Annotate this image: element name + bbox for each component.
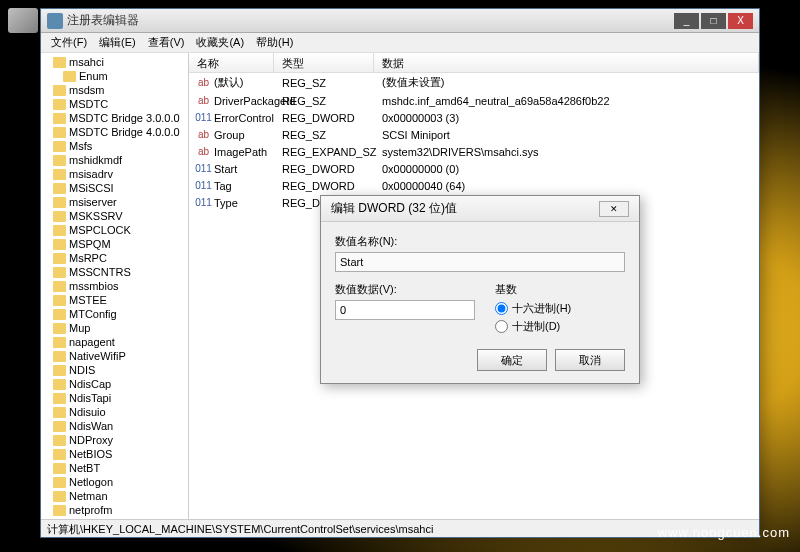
tree-item[interactable]: MSPCLOCK <box>41 223 181 237</box>
value-name-label: 数值名称(N): <box>335 234 625 249</box>
value-row[interactable]: 011TagREG_DWORD0x00000040 (64) <box>189 177 759 194</box>
column-type[interactable]: 类型 <box>274 53 374 72</box>
tree-item[interactable]: Netman <box>41 489 181 503</box>
tree-item[interactable]: MSDTC Bridge 3.0.0.0 <box>41 111 181 125</box>
menu-item[interactable]: 文件(F) <box>45 33 93 52</box>
tree-item[interactable]: napagent <box>41 335 181 349</box>
reg-sz-icon: ab <box>197 76 210 89</box>
tree-item[interactable]: MSDTC Bridge 4.0.0.0 <box>41 125 181 139</box>
tree-item[interactable]: MTConfig <box>41 307 181 321</box>
folder-icon <box>53 281 66 292</box>
value-row[interactable]: 011StartREG_DWORD0x00000000 (0) <box>189 160 759 177</box>
tree-item[interactable]: msdsm <box>41 83 181 97</box>
tree-item[interactable]: mssmbios <box>41 279 181 293</box>
value-data-input[interactable] <box>335 300 475 320</box>
minimize-button[interactable]: _ <box>674 13 699 29</box>
tree-item[interactable]: msisadrv <box>41 167 181 181</box>
dialog-title-text: 编辑 DWORD (32 位)值 <box>331 200 599 217</box>
folder-icon <box>53 99 66 110</box>
folder-icon <box>53 435 66 446</box>
tree-item[interactable]: mshidkmdf <box>41 153 181 167</box>
statusbar: 计算机\HKEY_LOCAL_MACHINE\SYSTEM\CurrentCon… <box>41 519 759 537</box>
tree-item[interactable]: Enum <box>41 69 181 83</box>
radio-dec[interactable]: 十进制(D) <box>495 319 625 334</box>
tree-item[interactable]: Msfs <box>41 139 181 153</box>
tree-item[interactable]: netprofm <box>41 503 181 517</box>
folder-icon <box>53 197 66 208</box>
cancel-button[interactable]: 取消 <box>555 349 625 371</box>
tree-item[interactable]: msahci <box>41 55 181 69</box>
tree-item[interactable]: MSKSSRV <box>41 209 181 223</box>
reg-dw-icon: 011 <box>197 196 210 209</box>
value-row[interactable]: ab(默认)REG_SZ(数值未设置) <box>189 73 759 92</box>
reg-dw-icon: 011 <box>197 162 210 175</box>
folder-icon <box>53 393 66 404</box>
value-name-input <box>335 252 625 272</box>
close-button[interactable]: X <box>728 13 753 29</box>
tree-item[interactable]: NDIS <box>41 363 181 377</box>
reg-sz-icon: ab <box>197 128 210 141</box>
menu-item[interactable]: 查看(V) <box>142 33 191 52</box>
reg-dw-icon: 011 <box>197 111 210 124</box>
folder-icon <box>53 127 66 138</box>
app-icon <box>47 13 63 29</box>
column-data[interactable]: 数据 <box>374 53 759 72</box>
menubar: 文件(F)编辑(E)查看(V)收藏夹(A)帮助(H) <box>41 33 759 53</box>
list-header: 名称 类型 数据 <box>189 53 759 73</box>
folder-icon <box>53 141 66 152</box>
radio-hex-input[interactable] <box>495 302 508 315</box>
folder-icon <box>53 491 66 502</box>
folder-icon <box>53 463 66 474</box>
tree-item[interactable]: NativeWifiP <box>41 349 181 363</box>
folder-icon <box>53 225 66 236</box>
folder-icon <box>53 379 66 390</box>
folder-icon <box>53 183 66 194</box>
folder-icon <box>53 253 66 264</box>
tree-item[interactable]: MSDTC <box>41 97 181 111</box>
column-name[interactable]: 名称 <box>189 53 274 72</box>
tree-item[interactable]: NdisCap <box>41 377 181 391</box>
maximize-button[interactable]: □ <box>701 13 726 29</box>
value-row[interactable]: 011ErrorControlREG_DWORD0x00000003 (3) <box>189 109 759 126</box>
dialog-titlebar[interactable]: 编辑 DWORD (32 位)值 ✕ <box>321 196 639 222</box>
titlebar[interactable]: 注册表编辑器 _ □ X <box>41 9 759 33</box>
reg-dw-icon: 011 <box>197 179 210 192</box>
tree-item[interactable]: NetBT <box>41 461 181 475</box>
value-data-label: 数值数据(V): <box>335 282 475 297</box>
tree-item[interactable]: Netlogon <box>41 475 181 489</box>
folder-icon <box>53 407 66 418</box>
tree-item[interactable]: MsRPC <box>41 251 181 265</box>
radio-hex[interactable]: 十六进制(H) <box>495 301 625 316</box>
folder-icon <box>53 57 66 68</box>
value-row[interactable]: abDriverPackageIdREG_SZmshdc.inf_amd64_n… <box>189 92 759 109</box>
tree-panel[interactable]: msahciEnummsdsmMSDTCMSDTC Bridge 3.0.0.0… <box>41 53 189 519</box>
value-row[interactable]: abImagePathREG_EXPAND_SZsystem32\DRIVERS… <box>189 143 759 160</box>
tree-item[interactable]: NDProxy <box>41 433 181 447</box>
tree-item[interactable]: MSPQM <box>41 237 181 251</box>
menu-item[interactable]: 收藏夹(A) <box>190 33 250 52</box>
dialog-close-button[interactable]: ✕ <box>599 201 629 217</box>
watermark-text: www.nongcuen.com <box>658 525 790 540</box>
tree-item[interactable]: Mup <box>41 321 181 335</box>
radio-dec-input[interactable] <box>495 320 508 333</box>
folder-icon <box>53 155 66 166</box>
folder-icon <box>53 295 66 306</box>
folder-icon <box>63 71 76 82</box>
menu-item[interactable]: 编辑(E) <box>93 33 142 52</box>
folder-icon <box>53 449 66 460</box>
tree-item[interactable]: Ndisuio <box>41 405 181 419</box>
tree-item[interactable]: msiserver <box>41 195 181 209</box>
tree-item[interactable]: MSTEE <box>41 293 181 307</box>
folder-icon <box>53 113 66 124</box>
tree-item[interactable]: NdisTapi <box>41 391 181 405</box>
tree-item[interactable]: NetBIOS <box>41 447 181 461</box>
tree-item[interactable]: MSSCNTRS <box>41 265 181 279</box>
folder-icon <box>53 267 66 278</box>
tree-item[interactable]: NdisWan <box>41 419 181 433</box>
folder-icon <box>53 169 66 180</box>
tree-item[interactable]: MSiSCSI <box>41 181 181 195</box>
value-row[interactable]: abGroupREG_SZSCSI Miniport <box>189 126 759 143</box>
window-title: 注册表编辑器 <box>67 12 674 29</box>
ok-button[interactable]: 确定 <box>477 349 547 371</box>
menu-item[interactable]: 帮助(H) <box>250 33 299 52</box>
